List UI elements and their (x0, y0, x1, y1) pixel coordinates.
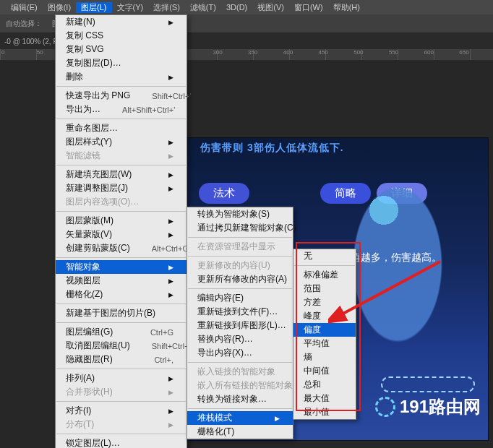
menubar: 编辑(E)图像(I)图层(L)文字(Y)选择(S)滤镜(T)3D(D)视图(V)… (0, 0, 493, 14)
menu-item[interactable]: 重命名图层… (56, 121, 187, 135)
menu-item[interactable]: 方差 (293, 296, 356, 309)
menu-3D(D)[interactable]: 3D(D) (221, 3, 252, 12)
menu-item[interactable]: 矢量蒙版(V)▶ (56, 228, 187, 241)
menu-item[interactable]: 视频图层▶ (56, 274, 187, 288)
menu-item: 合并形状(H)▶ (56, 385, 187, 399)
menu-item[interactable]: 排列(A)▶ (56, 371, 187, 385)
menu-item: 智能滤镜▶ (56, 149, 187, 163)
menu-item[interactable]: 平均值 (293, 337, 356, 350)
watermark-bubble (381, 376, 475, 392)
smart-object-submenu[interactable]: 转换为智能对象(S)通过拷贝新建智能对象(C)在资源管理器中显示更新修改的内容(… (187, 207, 293, 439)
menu-item[interactable]: 对齐(I)▶ (56, 404, 187, 418)
menu-item[interactable]: 导出为…Alt+Shift+Ctrl+' (56, 103, 187, 116)
doc-headline: 伤害带则 3部伤人低体流低下. (200, 142, 344, 155)
chevron-right-icon: ▶ (168, 421, 173, 428)
layer-menu[interactable]: 新建(N)▶复制 CSS复制 SVG复制图层(D)…删除▶快速导出为 PNGSh… (55, 14, 187, 448)
menu-帮助(H)[interactable]: 帮助(H) (328, 2, 365, 13)
menu-item[interactable]: 复制 SVG (56, 43, 187, 56)
menu-滤镜(T)[interactable]: 滤镜(T) (185, 2, 221, 13)
menu-选择(S)[interactable]: 选择(S) (148, 2, 185, 13)
chevron-right-icon: ▶ (275, 415, 280, 422)
menu-item[interactable]: 图层编组(G)Ctrl+G (56, 325, 187, 339)
menu-item[interactable]: 导出内容(X)… (187, 346, 293, 360)
menu-item[interactable]: 最小值 (293, 405, 356, 419)
menu-item[interactable]: 复制 CSS (56, 29, 187, 43)
menu-item[interactable]: 删除▶ (56, 70, 187, 84)
stack-mode-submenu[interactable]: 无标准偏差范围方差峰度偏度平均值熵中间值总和最大值最小值 (293, 249, 356, 420)
menu-item[interactable]: 创建剪贴蒙版(C)Alt+Ctrl+G (56, 241, 187, 255)
chevron-right-icon: ▶ (168, 185, 173, 192)
chevron-right-icon: ▶ (168, 277, 173, 285)
menu-item[interactable]: 智能对象▶ (56, 260, 187, 274)
menu-编辑(E)[interactable]: 编辑(E) (6, 2, 43, 13)
chevron-right-icon: ▶ (168, 375, 173, 382)
menu-item[interactable]: 新建(N)▶ (56, 15, 187, 29)
chevron-right-icon: ▶ (168, 217, 173, 225)
menu-item[interactable]: 峰度 (293, 309, 356, 323)
menu-item[interactable]: 替换内容(R)… (187, 332, 293, 346)
menu-item[interactable]: 新建填充图层(W)▶ (56, 168, 187, 181)
menu-item[interactable]: 范围 (293, 282, 356, 296)
menu-item[interactable]: 偏度 (293, 323, 356, 337)
menu-item: 分布(T)▶ (56, 418, 187, 431)
chevron-right-icon: ▶ (168, 19, 173, 26)
chevron-right-icon: ▶ (168, 389, 173, 396)
chevron-right-icon: ▶ (168, 139, 173, 146)
menu-item[interactable]: 标准偏差 (293, 268, 356, 282)
menu-item[interactable]: 中间值 (293, 364, 356, 378)
menu-item[interactable]: 总和 (293, 378, 356, 392)
menu-item[interactable]: 取消图层编组(U)Shift+Ctrl+G (56, 339, 187, 353)
menu-item[interactable]: 新建调整图层(J)▶ (56, 181, 187, 195)
menu-item[interactable]: 图层样式(Y)▶ (56, 135, 187, 149)
menu-item[interactable]: 最大值 (293, 392, 356, 405)
menu-窗口(W)[interactable]: 窗口(W) (289, 2, 328, 13)
menu-item[interactable]: 编辑内容(E) (187, 291, 293, 305)
menu-item[interactable]: 图层蒙版(M)▶ (56, 214, 187, 228)
menu-item: 嵌入链接的智能对象 (187, 365, 293, 379)
menu-item[interactable]: 无 (293, 249, 356, 263)
chevron-right-icon: ▶ (168, 291, 173, 298)
menu-图层(L)[interactable]: 图层(L) (76, 2, 111, 13)
chevron-right-icon: ▶ (168, 171, 173, 178)
menu-item[interactable]: 转换为智能对象(S) (187, 207, 293, 221)
menu-item[interactable]: 复制图层(D)… (56, 56, 187, 70)
menu-item[interactable]: 锁定图层(L)… (56, 436, 187, 448)
site-watermark: 191路由网 (375, 395, 481, 418)
menu-item: 嵌入所有链接的智能对象 (187, 379, 293, 392)
menu-item[interactable]: 快速导出为 PNGShift+Ctrl+' (56, 89, 187, 103)
chevron-right-icon: ▶ (168, 74, 173, 81)
menu-item: 更新修改的内容(U) (187, 259, 293, 272)
menu-item[interactable]: 堆栈模式▶ (187, 411, 293, 425)
menu-item[interactable]: 新建基于图层的切片(B) (56, 306, 187, 320)
menu-item[interactable]: 更新所有修改的内容(A) (187, 272, 293, 286)
menu-item[interactable]: 栅格化(T) (187, 425, 293, 439)
menu-item[interactable]: 重新链接到文件(F)… (187, 305, 293, 319)
globe-icon (375, 397, 395, 417)
menu-item: 图层内容选项(O)… (56, 195, 187, 209)
menu-item[interactable]: 转换为链接对象… (187, 392, 293, 406)
chevron-right-icon: ▶ (168, 408, 173, 415)
menu-item[interactable]: 通过拷贝新建智能对象(C) (187, 221, 293, 235)
menu-图像(I)[interactable]: 图像(I) (43, 2, 76, 13)
menu-视图(V)[interactable]: 视图(V) (252, 2, 289, 13)
menu-item: 在资源管理器中显示 (187, 240, 293, 254)
menu-item[interactable]: 重新链接到库图形(L)… (187, 319, 293, 332)
chevron-right-icon: ▶ (168, 264, 173, 271)
chevron-right-icon: ▶ (168, 152, 173, 160)
menu-item[interactable]: 熵 (293, 350, 356, 364)
menu-item[interactable]: 隐藏图层(R)Ctrl+, (56, 353, 187, 366)
menu-文字(Y)[interactable]: 文字(Y) (112, 2, 149, 13)
tab-magic[interactable]: 法术 (199, 183, 249, 204)
menu-item[interactable]: 栅格化(Z)▶ (56, 288, 187, 301)
chevron-right-icon: ▶ (168, 231, 173, 238)
